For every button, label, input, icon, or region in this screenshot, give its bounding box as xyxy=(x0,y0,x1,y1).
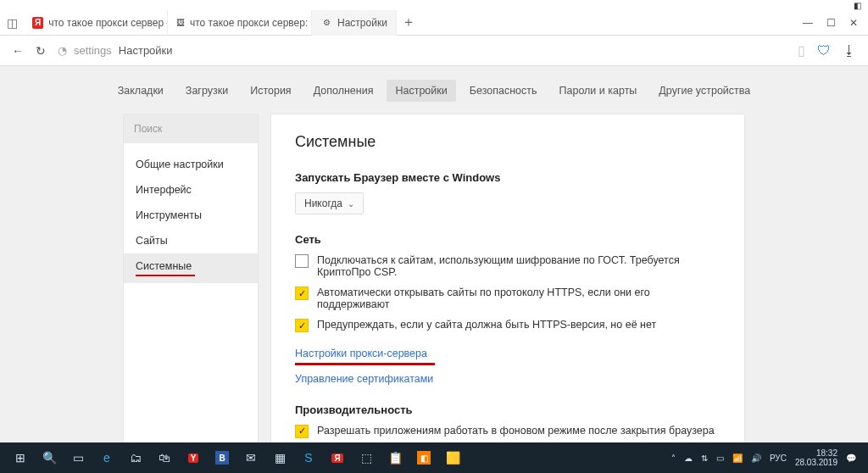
back-icon[interactable]: ← xyxy=(12,44,24,58)
windows-taskbar: ⊞ 🔍 ▭ e 🗂 🛍 Y B ✉ ▦ S Я ⬚ 📋 ◧ 🟨 ˄ ☁ ⇅ ▭ … xyxy=(0,442,868,473)
performance-section-title: Производительность xyxy=(295,403,721,416)
nav-settings[interactable]: Настройки xyxy=(387,80,455,102)
startup-dropdown[interactable]: Никогда xyxy=(295,192,364,214)
store-icon[interactable]: 🛍 xyxy=(151,446,178,470)
overflow-icon: ◧ xyxy=(854,1,861,10)
proxy-settings-link[interactable]: Настройки прокси-сервера xyxy=(295,348,427,359)
protect-icon[interactable]: 🛡 xyxy=(817,43,831,58)
tab-search-1[interactable]: Я что такое прокси сервер — xyxy=(24,10,168,36)
taskview-icon[interactable]: ▭ xyxy=(64,446,92,470)
tab-label: что такое прокси сервер: xyxy=(190,17,308,29)
gear-icon: ⚙ xyxy=(320,17,332,29)
url-box[interactable]: ◔ settings Настройки xyxy=(58,44,173,57)
url-path: Настройки xyxy=(119,44,173,57)
tab-search-2[interactable]: 🖼 что такое прокси сервер: xyxy=(168,10,312,36)
tray-notifications-icon[interactable]: 💬 xyxy=(846,454,856,463)
site-info-icon: ◔ xyxy=(58,44,67,57)
nav-passwords[interactable]: Пароли и карты xyxy=(551,80,646,102)
startup-section-title: Запускать Браузер вместе с Windows xyxy=(295,171,721,184)
tab-label: что такое прокси сервер — xyxy=(48,17,168,29)
background-apps-label: Разрешать приложениям работать в фоновом… xyxy=(317,425,715,437)
office-icon[interactable]: ⬚ xyxy=(353,446,380,470)
tray-battery-icon[interactable]: ▭ xyxy=(716,454,724,463)
settings-topnav: Закладки Загрузки История Дополнения Нас… xyxy=(0,80,868,102)
nav-security[interactable]: Безопасность xyxy=(461,80,546,102)
certificates-link[interactable]: Управление сертификатами xyxy=(295,373,433,385)
https-warn-checkbox[interactable] xyxy=(295,319,309,332)
reload-icon[interactable]: ↻ xyxy=(36,44,46,58)
search-icon[interactable]: 🔍 xyxy=(36,446,63,470)
settings-panel: Системные Запускать Браузер вместе с Win… xyxy=(270,114,745,442)
background-apps-checkbox[interactable] xyxy=(295,425,309,438)
onenote-icon[interactable]: 📋 xyxy=(381,446,409,470)
sidebar-item-interface[interactable]: Интерфейс xyxy=(124,177,258,203)
mail-icon[interactable]: ✉ xyxy=(237,446,264,470)
sidebar-item-label: Системные xyxy=(136,260,192,272)
sidebar-search-input[interactable]: Поиск xyxy=(124,114,258,143)
https-warn-label: Предупреждать, если у сайта должна быть … xyxy=(317,319,656,331)
tray-clock[interactable]: 18:32 28.03.2019 xyxy=(795,448,837,467)
page-favicon-icon: 🖼 xyxy=(176,17,185,29)
tab-bar: ◫ Я что такое прокси сервер — 🖼 что тако… xyxy=(0,10,868,36)
tray-date: 28.03.2019 xyxy=(795,458,837,467)
tray-network-icon[interactable]: ⇅ xyxy=(701,454,708,463)
tray-time: 18:32 xyxy=(816,448,837,458)
gost-label: Подключаться к сайтам, использующим шифр… xyxy=(317,254,721,278)
edge-icon[interactable]: e xyxy=(93,446,120,470)
yandex-browser-icon[interactable]: Y xyxy=(180,446,207,470)
network-section-title: Сеть xyxy=(295,233,721,246)
start-menu-icon[interactable]: ⊞ xyxy=(7,446,34,470)
settings-sidebar: Поиск Общие настройки Интерфейс Инструме… xyxy=(123,114,259,442)
annotation-underline xyxy=(295,363,435,365)
panel-title: Системные xyxy=(295,133,721,151)
tabs-menu-icon[interactable]: ◫ xyxy=(0,16,24,30)
skype-icon[interactable]: S xyxy=(295,446,322,470)
tab-settings[interactable]: ⚙ Настройки xyxy=(312,10,397,36)
sidebar-item-system[interactable]: Системные xyxy=(124,253,258,283)
explorer-icon[interactable]: 🗂 xyxy=(122,446,149,470)
tray-chevron-icon[interactable]: ˄ xyxy=(671,454,676,463)
close-icon[interactable]: ✕ xyxy=(849,17,858,29)
settings-page: Закладки Загрузки История Дополнения Нас… xyxy=(0,66,868,442)
app2-icon[interactable]: ◧ xyxy=(410,446,437,470)
yandex-favicon-icon: Я xyxy=(32,17,43,29)
https-auto-checkbox[interactable] xyxy=(295,287,309,300)
nav-devices[interactable]: Другие устройства xyxy=(650,80,759,102)
sidebar-item-tools[interactable]: Инструменты xyxy=(124,203,258,228)
tab-label: Настройки xyxy=(337,17,387,29)
minimize-icon[interactable]: — xyxy=(803,17,813,29)
url-host: settings xyxy=(74,44,112,57)
app3-icon[interactable]: 🟨 xyxy=(439,446,466,470)
nav-history[interactable]: История xyxy=(242,80,299,102)
nav-downloads[interactable]: Загрузки xyxy=(177,80,236,102)
tray-volume-icon[interactable]: 🔊 xyxy=(751,454,761,463)
maximize-icon[interactable]: ☐ xyxy=(826,17,836,29)
yandex-icon[interactable]: Я xyxy=(324,446,351,470)
vk-icon[interactable]: B xyxy=(209,446,236,470)
gost-checkbox[interactable] xyxy=(295,254,309,268)
tray-wifi-icon[interactable]: 📶 xyxy=(732,454,743,463)
tray-language[interactable]: РУС xyxy=(770,454,787,463)
downloads-icon[interactable]: ⭳ xyxy=(843,43,856,58)
sidebar-item-general[interactable]: Общие настройки xyxy=(124,152,258,177)
tray-onedrive-icon[interactable]: ☁ xyxy=(684,454,693,463)
nav-bookmarks[interactable]: Закладки xyxy=(109,80,172,102)
nav-addons[interactable]: Дополнения xyxy=(305,80,382,102)
https-auto-label: Автоматически открывать сайты по протоко… xyxy=(317,287,721,310)
address-bar: ← ↻ ◔ settings Настройки ▯ 🛡 ⭳ xyxy=(0,36,868,66)
sidebar-item-sites[interactable]: Сайты xyxy=(124,228,258,253)
window-titlebar: ◧ xyxy=(0,0,868,10)
annotation-underline xyxy=(136,275,195,276)
app-icon[interactable]: ▦ xyxy=(266,446,293,470)
bookmark-icon[interactable]: ▯ xyxy=(798,42,805,58)
new-tab-button[interactable]: ＋ xyxy=(397,14,420,31)
